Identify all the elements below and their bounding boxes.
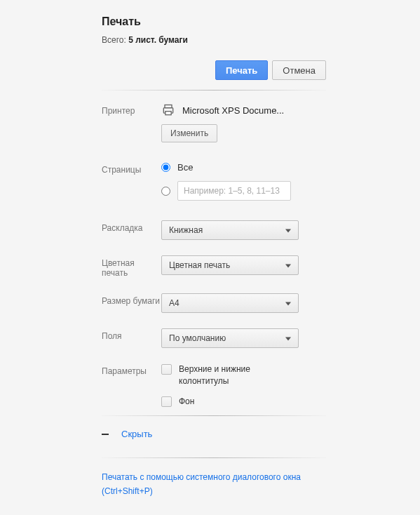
layout-value: Книжная xyxy=(169,225,203,235)
summary-value: 5 лист. бумаги xyxy=(128,35,188,45)
layout-label: Раскладка xyxy=(102,220,161,233)
section-paper: Размер бумаги A4 xyxy=(102,293,326,313)
paper-select[interactable]: A4 xyxy=(161,293,299,313)
summary-label: Всего: xyxy=(102,35,128,45)
pages-label: Страницы xyxy=(102,162,161,175)
section-printer: Принтер Microsoft XPS Docume... Изменить xyxy=(102,103,326,142)
pages-range-radio[interactable] xyxy=(161,187,170,196)
margins-value: По умолчанию xyxy=(169,333,226,343)
color-label: Цветная печать xyxy=(102,255,161,278)
system-print-link[interactable]: Печатать с помощью системного диалоговог… xyxy=(102,471,319,497)
background-label: Фон xyxy=(179,396,194,408)
dialog-title: Печать xyxy=(102,15,326,28)
separator xyxy=(102,90,326,91)
printer-label: Принтер xyxy=(102,103,161,116)
svg-rect-2 xyxy=(165,112,171,115)
section-pages: Страницы Все xyxy=(102,162,326,201)
headers-footers-checkbox[interactable] xyxy=(161,364,172,375)
pages-all-radio[interactable] xyxy=(161,163,170,172)
paper-value: A4 xyxy=(169,298,179,308)
options-label: Параметры xyxy=(102,363,161,376)
change-printer-button[interactable]: Изменить xyxy=(161,124,217,142)
section-color: Цветная печать Цветная печать xyxy=(102,255,326,278)
color-value: Цветная печать xyxy=(169,260,230,270)
collapse-row[interactable]: Скрыть xyxy=(102,429,326,439)
print-button[interactable]: Печать xyxy=(215,60,268,80)
minus-icon xyxy=(102,434,109,435)
section-margins: Поля По умолчанию xyxy=(102,328,326,348)
paper-label: Размер бумаги xyxy=(102,293,161,306)
collapse-link[interactable]: Скрыть xyxy=(121,429,152,439)
printer-name: Microsoft XPS Docume... xyxy=(182,105,284,116)
margins-label: Поля xyxy=(102,328,161,341)
layout-select[interactable]: Книжная xyxy=(161,220,299,240)
headers-footers-label: Верхние и нижние колонтитулы xyxy=(179,363,284,387)
margins-select[interactable]: По умолчанию xyxy=(161,328,299,348)
pages-all-label: Все xyxy=(177,162,193,173)
printer-icon xyxy=(161,103,175,117)
pages-range-input[interactable] xyxy=(177,181,291,201)
background-checkbox[interactable] xyxy=(161,396,172,407)
print-panel: Печать Всего: 5 лист. бумаги Печать Отме… xyxy=(102,15,326,498)
color-select[interactable]: Цветная печать xyxy=(161,255,299,275)
section-layout: Раскладка Книжная xyxy=(102,220,326,240)
summary: Всего: 5 лист. бумаги xyxy=(102,35,326,45)
action-row: Печать Отмена xyxy=(102,60,326,80)
separator xyxy=(102,415,326,416)
section-options: Параметры Верхние и нижние колонтитулы Ф… xyxy=(102,363,326,407)
cancel-button[interactable]: Отмена xyxy=(272,60,326,80)
separator xyxy=(102,457,326,458)
